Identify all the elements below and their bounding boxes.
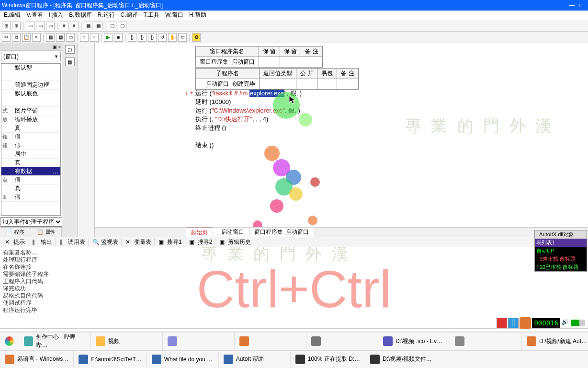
taskbar-item[interactable]	[450, 333, 522, 350]
tb1-btn[interactable]: ▭	[46, 22, 55, 30]
menu-window[interactable]: W.窗口	[163, 11, 185, 19]
menu-edit[interactable]: E.编辑	[2, 11, 23, 19]
taskbar-item[interactable]: 视频	[91, 333, 163, 350]
minimize-button[interactable]: —	[567, 2, 577, 9]
tab-search2[interactable]: ▣搜寻2	[186, 238, 216, 246]
property-row[interactable]: 钮假	[1, 133, 60, 141]
menu-help[interactable]: H.帮助	[187, 11, 208, 19]
taskbar-item[interactable]: AutoIt 帮助	[219, 351, 291, 368]
tb1-btn[interactable]: ⊞	[12, 22, 21, 30]
property-row[interactable]: 式图片平铺	[1, 107, 60, 115]
tab-clip[interactable]: ▣剪辑历史	[216, 238, 254, 246]
tb1-btn[interactable]: ▦	[84, 22, 92, 30]
tab-startup-window[interactable]: _启动窗口	[213, 228, 249, 237]
taskbar-item[interactable]: 易语言 - Windows…	[0, 351, 74, 368]
tab-vars[interactable]: ✕变量表	[123, 238, 155, 246]
taskbar-item[interactable]	[306, 333, 378, 350]
property-list[interactable]: 默认型普通固定边框默认底色式图片平铺放循环播放真钮假钮假居中真有数据…点假真助假	[1, 63, 61, 216]
record-button[interactable]	[497, 318, 507, 328]
volume-icon[interactable]: 🔊	[561, 319, 570, 327]
stop-icon[interactable]: ■	[114, 33, 123, 42]
pause-button[interactable]: ‖	[508, 318, 519, 328]
tb2-btn[interactable]: ▦	[46, 33, 55, 42]
taskbar-item[interactable]	[235, 333, 306, 350]
tb2-btn[interactable]: ≡	[90, 33, 99, 42]
copy-icon[interactable]: ⧉	[12, 33, 21, 42]
tab-output[interactable]: ‖输出	[29, 238, 56, 246]
taskbar-item[interactable]: F:\autoit3\SciTe\T…	[74, 351, 147, 368]
tb1-btn[interactable]: ≡	[60, 22, 68, 30]
td[interactable]	[317, 79, 337, 90]
tb2-btn[interactable]: ×	[32, 33, 41, 42]
step-out-icon[interactable]: {}	[148, 33, 157, 42]
property-row[interactable]: 放循环播放	[1, 115, 60, 124]
property-row[interactable]: 默认型	[1, 64, 60, 72]
td[interactable]: __启动窗口_创建完毕	[196, 79, 260, 90]
td[interactable]	[280, 57, 301, 68]
tb2-btn[interactable]: ▦	[56, 33, 65, 42]
volume-bar[interactable]	[571, 320, 585, 326]
tb1-btn[interactable]: ▭	[36, 22, 45, 30]
widget-row[interactable]: 表列表1	[535, 239, 587, 247]
widget-row[interactable]: F10已审核 改标题	[535, 263, 587, 271]
code-editor[interactable]: 專 業 的 門 外 漢 窗口程序集名 保 留 保 留 备 注 窗口程序集_启动窗…	[95, 43, 588, 237]
menu-insert[interactable]: I.插入	[47, 11, 66, 19]
tb2-btn[interactable]: ⚙	[192, 33, 201, 42]
tb1-btn[interactable]: ▦	[94, 22, 102, 30]
object-select[interactable]: (窗口)	[1, 52, 61, 61]
taskbar-item[interactable]: 100% 正在提取 D:…	[291, 351, 365, 368]
property-row[interactable]: 默认底色	[1, 90, 60, 98]
autoitx-widget[interactable]: _AutoItX.dll对象 表列表1 自动UP F9未审核 改标题 F10已审…	[534, 230, 587, 272]
tb1-btn[interactable]: ▢	[108, 22, 116, 30]
tab-hint[interactable]: ✕提示	[2, 238, 28, 246]
tb1-btn[interactable]: ⊞	[2, 22, 11, 30]
widget-row[interactable]: F9未审核 改标题	[535, 255, 587, 263]
tab-watch[interactable]: 🔍监视表	[90, 238, 122, 246]
tb1-btn[interactable]: ▭	[26, 22, 34, 30]
tab-calltable[interactable]: ‖调用表	[57, 238, 89, 246]
step-over-icon[interactable]: {}	[138, 33, 147, 42]
vt-icon[interactable]: ▦	[65, 58, 75, 66]
taskbar-item[interactable]	[163, 333, 235, 350]
maximize-button[interactable]: □	[577, 2, 586, 9]
tb2-btn[interactable]: ↺	[158, 33, 167, 42]
taskbar-item[interactable]: D:\视频 .ico - Ev…	[378, 333, 450, 350]
td[interactable]: 窗口程序集_启动窗口	[196, 57, 259, 68]
property-row[interactable]: 居中	[1, 150, 60, 159]
taskbar-item[interactable]: 创作中心 - 哔哩哔…	[19, 333, 91, 350]
td[interactable]	[301, 57, 322, 68]
property-row[interactable]: 助假	[1, 193, 60, 202]
taskbar-item[interactable]: What file do you …	[147, 351, 219, 368]
tb2-btn[interactable]: ▭	[66, 33, 75, 42]
panel-close-icon[interactable]: ▣ ×	[53, 45, 61, 49]
step-in-icon[interactable]: {}	[128, 33, 136, 42]
property-row[interactable]: 真	[1, 184, 60, 193]
panel-tab-property[interactable]: 📋 属性	[31, 228, 62, 237]
td[interactable]	[260, 79, 296, 90]
property-row[interactable]: 钮假	[1, 141, 60, 150]
property-row[interactable]	[1, 98, 60, 107]
ellipsis-button[interactable]: …	[51, 168, 60, 175]
tb2-btn[interactable]: ✋	[168, 33, 177, 42]
menu-compile[interactable]: C.编译	[119, 11, 140, 19]
property-row[interactable]	[1, 72, 60, 81]
tab-startpage[interactable]: 起始页	[186, 228, 213, 237]
chrome-icon[interactable]	[0, 333, 19, 350]
property-row[interactable]: 真	[1, 159, 60, 167]
menu-tools[interactable]: T.工具	[142, 11, 161, 19]
tab-winset[interactable]: 窗口程序集_启动窗口	[249, 228, 315, 237]
tb1-btn[interactable]: ≡	[70, 22, 79, 30]
recorder-overlay[interactable]: ‖ 000016 🔊	[497, 317, 585, 329]
code-block[interactable]: 运行 ("taskkill /f /im explorer.exe", 假, )…	[195, 89, 302, 150]
menu-database[interactable]: B.数据库	[67, 11, 93, 19]
tab-search1[interactable]: ▣搜寻1	[156, 238, 185, 246]
taskbar-item[interactable]: D:\视频\视频文件…	[365, 351, 437, 368]
paste-icon[interactable]: 📋	[22, 33, 31, 42]
taskbar-item[interactable]: D:\视频\新建 Aut…	[522, 333, 588, 350]
td[interactable]	[337, 79, 358, 90]
property-row[interactable]: 点假	[1, 176, 60, 184]
td[interactable]	[259, 57, 280, 68]
property-row[interactable]: 真	[1, 124, 60, 133]
widget-row[interactable]: 自动UP	[535, 247, 587, 255]
property-row[interactable]: 普通固定边框	[1, 81, 60, 90]
